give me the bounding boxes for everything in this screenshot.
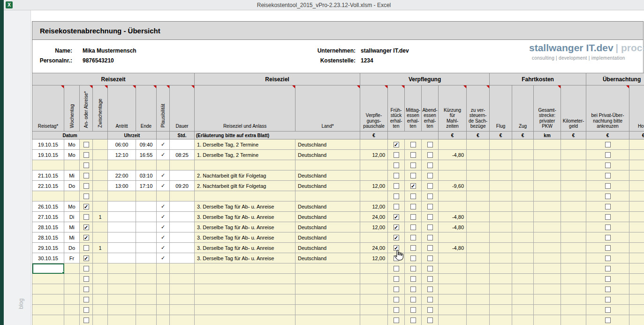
cell-dur[interactable] — [170, 263, 195, 274]
cell-di[interactable] — [422, 139, 439, 150]
checkbox-di[interactable] — [427, 142, 433, 147]
cell-di[interactable] — [422, 305, 439, 315]
cell-cut[interactable]: -4,80 — [439, 243, 467, 253]
column-header-dest[interactable]: Reiseziel und Anlass — [195, 85, 295, 132]
cell-priv[interactable] — [586, 191, 629, 201]
checkbox-bf[interactable]: ✓ — [394, 224, 399, 230]
cell-lu[interactable] — [405, 253, 422, 263]
cell-allow[interactable] — [360, 191, 388, 201]
cell-priv[interactable] — [586, 284, 629, 294]
cell-bf[interactable] — [388, 263, 405, 274]
cell-date[interactable]: 26.10.15 — [32, 201, 64, 212]
cell-zug[interactable] — [512, 150, 534, 160]
cell-kmgeld[interactable] — [561, 170, 586, 181]
column-header-date[interactable]: Reisetag* — [32, 85, 64, 132]
cell-tax[interactable] — [467, 150, 490, 160]
cell-land[interactable]: Deutschland — [295, 181, 360, 191]
cell-zw[interactable] — [93, 222, 108, 232]
cell-di[interactable] — [422, 160, 439, 170]
checkbox-bf[interactable] — [394, 173, 399, 178]
cell-day[interactable]: Di — [64, 212, 80, 222]
checkbox-lu[interactable] — [410, 266, 416, 271]
cell-allow[interactable] — [360, 263, 388, 274]
cell-bf[interactable] — [388, 294, 405, 305]
checkbox-anab[interactable] — [83, 317, 89, 323]
cell-zw[interactable]: 1 — [93, 243, 108, 253]
column-header-bf[interactable]: Früh- stück erhal- ten — [388, 85, 405, 132]
cell-dur[interactable] — [170, 139, 195, 150]
cell-end[interactable] — [136, 284, 157, 294]
cell-bf[interactable]: ✓ — [388, 222, 405, 232]
cell-allow[interactable]: 12,00 — [360, 201, 388, 212]
cell-land[interactable] — [295, 294, 360, 305]
cell-dest[interactable]: 3. Derselbe Tag für Ab- u. Anreise — [195, 253, 295, 263]
cell-date[interactable]: 29.10.15 — [32, 243, 64, 253]
cell-di[interactable] — [422, 191, 439, 201]
cell-lu[interactable] — [405, 212, 422, 222]
cell-lu[interactable] — [405, 191, 422, 201]
checkbox-di[interactable] — [427, 162, 433, 168]
cell-anab[interactable]: ✓ — [80, 222, 93, 232]
checkbox-anab[interactable]: ✓ — [83, 204, 89, 209]
cell-day[interactable]: Mo — [64, 150, 80, 160]
cell-kmgeld[interactable] — [561, 243, 586, 253]
cell-land[interactable]: Deutschland — [295, 170, 360, 181]
cell-start[interactable]: 12:10 — [108, 150, 136, 160]
cell-priv[interactable] — [586, 294, 629, 305]
cell-zug[interactable] — [512, 222, 534, 232]
column-header-dist[interactable]: Gesamt- strecke: privater PKW — [534, 85, 561, 132]
cell-dist[interactable] — [534, 170, 561, 181]
checkbox-di[interactable] — [427, 286, 433, 292]
cell-end[interactable] — [136, 294, 157, 305]
checkbox-bf[interactable] — [394, 286, 399, 292]
cell-lu[interactable] — [405, 315, 422, 325]
cell-allow[interactable] — [360, 274, 388, 284]
cell-dur[interactable] — [170, 232, 195, 243]
cell-land[interactable]: Deutschland — [295, 222, 360, 232]
cell-end[interactable] — [136, 263, 157, 274]
cell-anab[interactable] — [80, 150, 93, 160]
checkbox-anab[interactable] — [83, 162, 89, 168]
checkbox-bf[interactable] — [394, 193, 399, 199]
checkbox-anab[interactable] — [83, 214, 89, 220]
cell-date[interactable] — [32, 191, 64, 201]
cell-start[interactable] — [108, 315, 136, 325]
cell-cut[interactable] — [439, 284, 467, 294]
cell-tax[interactable] — [467, 139, 490, 150]
cell-plaus[interactable]: ✓ — [157, 232, 170, 243]
column-header-zug[interactable]: Zug — [512, 85, 534, 132]
cell-dur[interactable]: 09:20 — [170, 181, 195, 191]
cell-flug[interactable] — [490, 139, 512, 150]
cell-lu[interactable] — [405, 243, 422, 253]
cell-flug[interactable] — [490, 160, 512, 170]
cell-anab[interactable] — [80, 191, 93, 201]
cell-dist[interactable] — [534, 243, 561, 253]
cell-end[interactable] — [136, 243, 157, 253]
cell-priv[interactable] — [586, 253, 629, 263]
cell-anab[interactable] — [80, 181, 93, 191]
checkbox-priv[interactable] — [605, 286, 611, 292]
cell-date[interactable] — [32, 274, 64, 284]
cell-kmgeld[interactable] — [561, 201, 586, 212]
cell-dist[interactable] — [534, 274, 561, 284]
column-header-anab[interactable]: An- oder Abreise* — [80, 85, 93, 132]
cell-anab[interactable] — [80, 294, 93, 305]
cell-lu[interactable] — [405, 201, 422, 212]
cell-tax[interactable] — [467, 294, 490, 305]
checkbox-lu[interactable] — [410, 193, 416, 199]
checkbox-anab[interactable] — [83, 266, 89, 271]
cell-anab[interactable] — [80, 284, 93, 294]
cell-dest[interactable] — [195, 160, 295, 170]
cell-hotel[interactable] — [629, 315, 644, 325]
cell-dest[interactable]: 3. Derselbe Tag für Ab- u. Anreise — [195, 212, 295, 222]
column-header-dur[interactable]: Dauer — [170, 85, 195, 132]
cell-di[interactable] — [422, 150, 439, 160]
checkbox-lu[interactable] — [410, 152, 416, 158]
cell-anab[interactable] — [80, 170, 93, 181]
checkbox-anab[interactable]: ✓ — [83, 224, 89, 230]
cell-dist[interactable] — [534, 294, 561, 305]
cell-allow[interactable] — [360, 294, 388, 305]
cell-cut[interactable] — [439, 170, 467, 181]
cell-priv[interactable] — [586, 263, 629, 274]
cell-end[interactable] — [136, 274, 157, 284]
